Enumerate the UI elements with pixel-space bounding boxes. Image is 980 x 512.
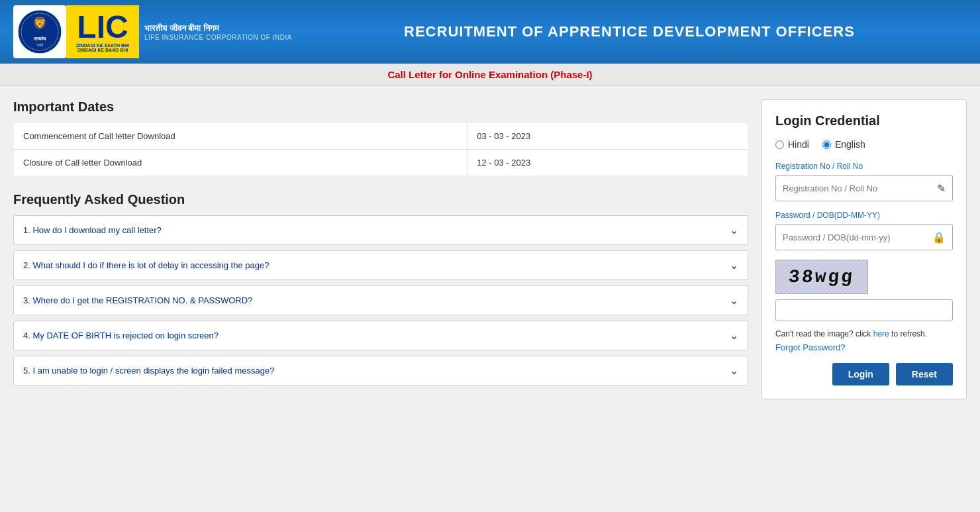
- logo-emblem: 🦁 सत्यमेव जयते: [13, 5, 66, 58]
- english-radio[interactable]: [822, 140, 831, 149]
- edit-icon: ✎: [930, 176, 952, 201]
- header: 🦁 सत्यमेव जयते LIC ZINDAGI KE SAATH BHIZ…: [0, 0, 980, 64]
- left-panel: Important Dates Commencement of Call let…: [13, 99, 748, 391]
- date-row-2: Closure of Call letter Download 12 - 03 …: [14, 150, 748, 176]
- chevron-down-icon-2: ⌄: [730, 259, 738, 272]
- hindi-radio[interactable]: [775, 140, 784, 149]
- chevron-down-icon-4: ⌄: [730, 329, 738, 342]
- hindi-radio-label[interactable]: Hindi: [775, 139, 809, 150]
- lic-yellow-logo: LIC ZINDAGI KE SAATH BHIZINDAGI KE BAAD …: [66, 5, 139, 58]
- faq-item-5[interactable]: 5. I am unable to login / screen display…: [13, 356, 748, 385]
- header-title: RECRUITMENT OF APPRENTICE DEVELOPMENT OF…: [292, 23, 967, 40]
- emblem-svg: 🦁 सत्यमेव जयते: [17, 9, 63, 55]
- important-dates-table: Commencement of Call letter Download 03 …: [13, 123, 748, 176]
- reg-field-label: Registration No / Roll No: [775, 162, 953, 171]
- faq-title: Frequently Asked Question: [13, 192, 748, 207]
- faq-text-5: 5. I am unable to login / screen display…: [23, 366, 274, 376]
- lic-acronym: LIC: [77, 11, 128, 43]
- svg-text:सत्यमेव: सत्यमेव: [33, 36, 46, 41]
- reset-button[interactable]: Reset: [896, 363, 953, 385]
- pwd-field-label: Password / DOB(DD-MM-YY): [775, 211, 953, 220]
- date-value-1: 03 - 03 - 2023: [467, 123, 748, 150]
- lock-icon: 🔒: [926, 225, 952, 250]
- english-radio-label[interactable]: English: [822, 139, 865, 150]
- captcha-text: 38wgg: [788, 267, 856, 287]
- faq-text-1: 1. How do I download my call letter?: [23, 225, 162, 235]
- logo-text-area: भारतीय जीवन बीमा निगम LIFE INSURANCE COR…: [144, 23, 292, 41]
- captcha-refresh-link[interactable]: here: [873, 329, 889, 338]
- faq-text-3: 3. Where do I get the REGISTRATION NO. &…: [23, 295, 252, 305]
- sub-header-banner: Call Letter for Online Examination (Phas…: [0, 64, 980, 86]
- chevron-down-icon-5: ⌄: [730, 364, 738, 377]
- faq-text-4: 4. My DATE OF BIRTH is rejected on login…: [23, 331, 219, 340]
- reg-input-wrapper: ✎: [775, 175, 953, 201]
- svg-text:🦁: 🦁: [32, 16, 48, 30]
- important-dates-title: Important Dates: [13, 99, 748, 115]
- faq-text-2: 2. What should I do if there is lot of d…: [23, 260, 269, 270]
- button-row: Login Reset: [775, 363, 953, 385]
- captcha-image: 38wgg: [775, 260, 868, 294]
- main-container: Important Dates Commencement of Call let…: [0, 86, 980, 413]
- faq-item-1[interactable]: 1. How do I download my call letter? ⌄: [13, 215, 748, 245]
- faq-item-4[interactable]: 4. My DATE OF BIRTH is rejected on login…: [13, 321, 748, 350]
- english-label: English: [835, 139, 865, 150]
- logo-hindi-text: भारतीय जीवन बीमा निगम: [144, 23, 292, 34]
- password-input[interactable]: [776, 227, 926, 248]
- logo-area: 🦁 सत्यमेव जयते LIC ZINDAGI KE SAATH BHIZ…: [13, 5, 292, 58]
- date-label-1: Commencement of Call letter Download: [14, 123, 467, 150]
- date-row-1: Commencement of Call letter Download 03 …: [14, 123, 748, 150]
- forgot-password-link[interactable]: Forgot Password?: [775, 342, 953, 352]
- date-label-2: Closure of Call letter Download: [14, 150, 467, 176]
- login-button[interactable]: Login: [832, 363, 889, 385]
- chevron-down-icon-3: ⌄: [730, 294, 738, 307]
- captcha-input[interactable]: [775, 299, 953, 321]
- registration-input[interactable]: [776, 178, 930, 199]
- faq-item-3[interactable]: 3. Where do I get the REGISTRATION NO. &…: [13, 285, 748, 315]
- login-panel: Login Credential Hindi English Registrat…: [761, 99, 967, 399]
- captcha-hint: Can't read the image? click here to refr…: [775, 328, 953, 340]
- date-value-2: 12 - 03 - 2023: [467, 150, 748, 176]
- pwd-input-wrapper: 🔒: [775, 224, 953, 250]
- sub-header-text: Call Letter for Online Examination (Phas…: [387, 69, 592, 80]
- faq-item-2[interactable]: 2. What should I do if there is lot of d…: [13, 250, 748, 280]
- chevron-down-icon-1: ⌄: [730, 224, 738, 236]
- svg-text:जयते: जयते: [36, 42, 44, 47]
- captcha-hint-suffix: to refresh.: [889, 329, 927, 338]
- logo-english-text: LIFE INSURANCE CORPORATION OF INDIA: [144, 34, 292, 41]
- login-title: Login Credential: [775, 113, 953, 128]
- lic-tagline: ZINDAGI KE SAATH BHIZINDAGI KE BAAD BHI: [76, 43, 129, 52]
- hindi-label: Hindi: [788, 139, 809, 150]
- captcha-hint-prefix: Can't read the image? click: [775, 329, 873, 338]
- language-selector: Hindi English: [775, 139, 953, 150]
